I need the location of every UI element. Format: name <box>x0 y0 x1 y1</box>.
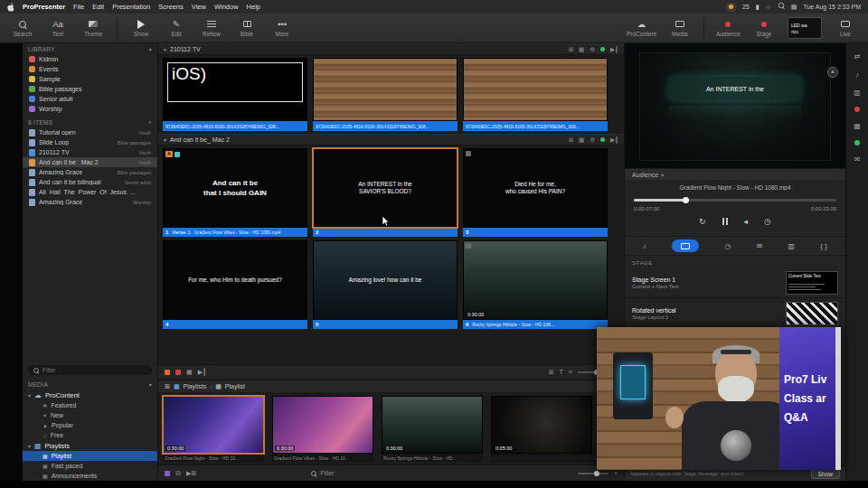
procontent-popular[interactable]: ▲Popular <box>23 420 157 430</box>
list-icon[interactable]: ≡ <box>569 369 572 375</box>
loop-icon[interactable]: ↻ <box>699 217 706 226</box>
play-grid-icon[interactable]: ▶⊞ <box>186 470 196 477</box>
menu-view[interactable]: View <box>192 3 206 11</box>
screen-selector-bar[interactable]: Audience ▾ <box>625 168 845 180</box>
menu-file[interactable]: File <box>73 3 84 11</box>
collapse-icon[interactable]: ▾ <box>164 136 166 143</box>
group-grid-icon[interactable]: ▦ <box>186 369 193 376</box>
slide-thumbnail[interactable] <box>463 58 608 121</box>
procontent-button[interactable]: ☁ ProContent <box>627 19 656 37</box>
slide-thumbnail-editing[interactable]: iOS) <box>163 58 307 121</box>
timer-icon[interactable]: ◷ <box>764 217 771 226</box>
pause-icon[interactable] <box>722 218 728 225</box>
slide-cell[interactable]: 0:30:00 6 Rocky Springs Hillside - Slow … <box>463 240 608 329</box>
slide-thumbnail[interactable] <box>313 58 458 121</box>
menu-presentation[interactable]: Presentation <box>112 3 150 11</box>
macros-tab[interactable]: { } <box>820 242 827 250</box>
slide-thumbnail[interactable]: For me, who Him to death pursued? <box>163 240 307 320</box>
menu-edit[interactable]: Edit <box>92 3 104 11</box>
library-item-bible-passages[interactable]: Bible passages <box>23 84 157 94</box>
led-wall-preview[interactable]: LED wa rics <box>788 17 822 39</box>
slide-cell[interactable]: 97264DE6C-2035-4816-8190-36143328749EIMG… <box>463 58 608 131</box>
disclosure-icon[interactable]: ▾ <box>28 443 31 449</box>
slide-thumbnail[interactable]: A And can it bethat I should GAIN <box>163 148 307 228</box>
text-box-outline[interactable]: iOS) <box>167 62 303 102</box>
back-grid-icon[interactable]: ⊞ <box>165 383 170 390</box>
media-item[interactable]: 0:30:00 Gradient Flow Vibes - Slow - HD … <box>272 396 373 462</box>
library-item-kidmin[interactable]: Kidmin <box>23 54 157 64</box>
play-next-icon[interactable]: ▶┃ <box>610 136 618 144</box>
slide-thumbnail[interactable]: Died He for me,who caused His PAIN? <box>463 148 608 228</box>
document-item[interactable]: Amazing GraceWorship <box>23 197 157 207</box>
control-center-icon[interactable]: ▤ <box>791 3 797 12</box>
bible-button[interactable]: Bible <box>235 19 259 37</box>
media-thumbnail[interactable]: 0:30:00 <box>382 396 483 454</box>
collapse-icon[interactable]: ▾ <box>164 46 166 52</box>
stage-layout-row[interactable]: Rotated vertical Stage Layout 1 <box>625 298 845 329</box>
stage-layout-thumbnail[interactable]: Current Slide Text <box>786 271 838 295</box>
displays-tab[interactable]: ▥ <box>788 242 796 250</box>
media-thumbnail[interactable]: 0:30:00 <box>272 396 373 454</box>
media-item[interactable]: 0:30:00 Rocky Springs Hillside - Slow - … <box>382 396 483 462</box>
playlist-item[interactable]: ▦Announcements <box>23 471 157 481</box>
library-collapse-icon[interactable]: ▾ <box>149 46 152 52</box>
document-item[interactable]: Tutorial openYouth <box>23 127 157 137</box>
volume-icon[interactable]: ◂ <box>744 217 749 226</box>
list-view-icon[interactable]: ▦ <box>579 46 584 53</box>
procontent-free[interactable]: ◇Free <box>23 430 157 440</box>
menu-screens[interactable]: Screens <box>158 3 184 11</box>
settings-icon[interactable]: ⚙ <box>590 46 595 53</box>
list-view-icon[interactable]: ▦ <box>579 136 584 144</box>
media-type-icon[interactable] <box>165 471 170 476</box>
menu-propresenter[interactable]: ProPresenter <box>23 3 65 11</box>
document-item-selected[interactable]: And can it be_ Mac 2Youth <box>23 157 157 167</box>
audience-screen-toggle[interactable]: Audience <box>716 19 741 37</box>
breadcrumb-current[interactable]: Playlist <box>225 383 245 389</box>
text-size-icon[interactable]: T <box>560 369 563 375</box>
skip-icon[interactable]: ▶┃ <box>198 369 207 376</box>
show-message-button[interactable]: Show <box>811 469 840 479</box>
playlist-item-selected[interactable]: ▦Playlist <box>23 451 157 461</box>
grid-view-icon[interactable]: ⊞ <box>569 136 573 144</box>
slide-cell[interactable]: For me, who Him to death pursued? 4 <box>163 240 307 329</box>
media-thumbnail[interactable]: 0:30:00 <box>163 396 264 454</box>
slide-cell[interactable]: A And can it bethat I should GAIN 1 Vers… <box>163 148 307 237</box>
close-preview-button[interactable]: × <box>827 67 838 78</box>
library-item-events[interactable]: Events <box>23 64 157 74</box>
slide-cell[interactable]: Amazing love! how can it be 5 <box>313 240 458 329</box>
breadcrumb-root[interactable]: Playlists <box>184 383 207 389</box>
disclosure-icon[interactable]: ▾ <box>28 392 31 399</box>
document-item[interactable]: And can it be bilingualSenior adult <box>23 177 157 187</box>
document-item[interactable]: Slide LoopBible passages <box>23 137 157 147</box>
stage-screen-row[interactable]: Stage Screen 1 Current + Next Text Curre… <box>625 267 845 298</box>
settings-icon[interactable]: ⚙ <box>590 136 595 144</box>
audio-module-icon[interactable]: ♪ <box>855 70 859 79</box>
media-progress-bar[interactable] <box>634 199 836 202</box>
show-button[interactable]: Show <box>129 19 153 37</box>
slide-cell[interactable]: 97264DE6C-2035-4816-8190-36143328749EIMG… <box>313 58 458 131</box>
group-color-orange[interactable] <box>165 370 170 375</box>
audio-tab[interactable]: ♪ <box>643 242 646 250</box>
media-item-selected[interactable]: 0:30:00 Gradient Flow Night - Slow - HD … <box>163 396 264 462</box>
reflow-button[interactable]: Reflow <box>200 19 223 37</box>
screen-record-indicator[interactable] <box>726 3 736 12</box>
playlists-tree-item[interactable]: ▾▦Playlists <box>23 440 157 451</box>
slide-thumbnail[interactable]: 0:30:00 <box>463 240 608 320</box>
group-color-red[interactable] <box>175 370 181 375</box>
playlist-item[interactable]: ▦Fast paced <box>23 461 157 471</box>
wifi-icon[interactable]: ☆ <box>766 3 771 12</box>
stage-screen-toggle[interactable]: Stage <box>752 19 776 37</box>
menu-window[interactable]: Window <box>214 3 239 11</box>
procontent-featured[interactable]: ★Featured <box>23 400 157 410</box>
slide-cell[interactable]: Died He for me,who caused His PAIN? 3 <box>463 148 608 237</box>
library-item-senior-adult[interactable]: Senior adult <box>23 94 157 104</box>
apple-menu-icon[interactable] <box>7 3 14 12</box>
tag-filter-icon[interactable]: ⊟ <box>175 470 181 477</box>
live-button[interactable]: Live <box>834 19 857 37</box>
theme-button[interactable]: Theme <box>81 19 105 37</box>
library-item-worship[interactable]: Worship <box>23 104 157 114</box>
slide-thumbnail[interactable]: Amazing love! how can it be <box>313 240 458 320</box>
grid-module-icon[interactable]: ▦ <box>854 122 861 130</box>
media-thumbnail[interactable]: 0:05:00 <box>491 396 592 454</box>
screen-selector-label[interactable]: Audience <box>632 172 658 178</box>
